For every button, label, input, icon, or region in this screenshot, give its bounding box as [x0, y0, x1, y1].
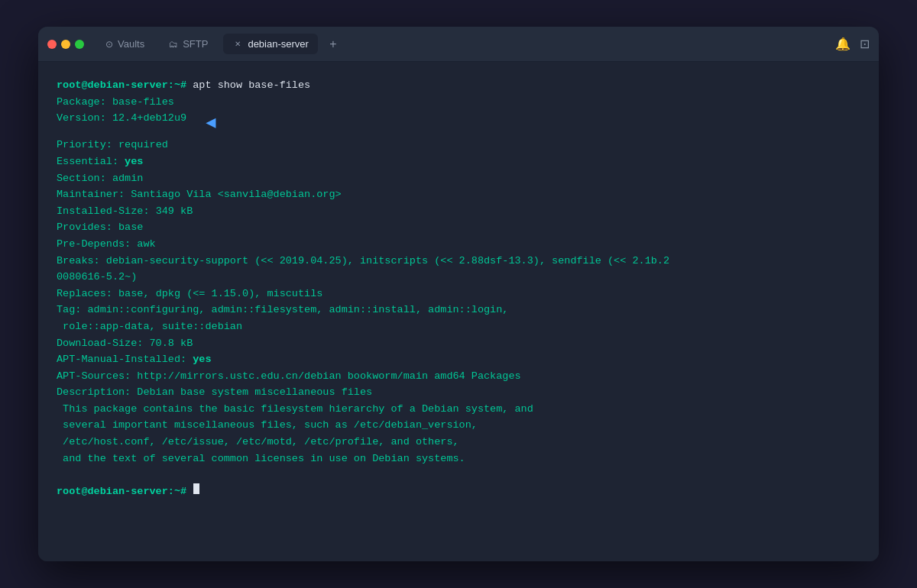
final-prompt-line: root@debian-server:~#	[57, 483, 860, 500]
output-line-desc-3: /etc/host.conf, /etc/issue, /etc/motd, /…	[57, 434, 860, 451]
output-line-breaks-1: Breaks: debian-security-support (<< 2019…	[57, 253, 860, 270]
output-line-version: Version: 12.4+deb12u9 ◀	[57, 110, 860, 137]
output-line-description: Description: Debian base system miscella…	[57, 384, 860, 401]
final-prompt: root@debian-server:~#	[57, 483, 186, 500]
bell-icon[interactable]: 🔔	[835, 37, 851, 51]
minimize-button[interactable]	[61, 40, 70, 49]
new-tab-button[interactable]: +	[324, 35, 342, 53]
vaults-icon: ⊙	[105, 39, 113, 50]
command-line: root@debian-server:~# apt show base-file…	[57, 77, 860, 94]
output-line-priority: Priority: required	[57, 137, 860, 153]
output-line-pre-depends: Pre-Depends: awk	[57, 236, 860, 253]
titlebar-right: 🔔 ⊡	[835, 37, 870, 51]
titlebar: ⊙ Vaults 🗂 SFTP ✕ debian-server + 🔔 ⊡	[38, 27, 879, 62]
maximize-button[interactable]	[75, 40, 84, 49]
split-pane-icon[interactable]: ⊡	[860, 37, 870, 51]
output-line-desc-4: and the text of several common licenses …	[57, 451, 860, 467]
cursor	[193, 483, 199, 494]
tab-debian-server[interactable]: ✕ debian-server	[223, 34, 318, 54]
version-arrow: ◀	[196, 110, 215, 137]
tab-sftp-label: SFTP	[183, 38, 208, 50]
output-line-breaks-2: 0080616-5.2~)	[57, 269, 860, 286]
output-line-apt-manual: APT-Manual-Installed: yes	[57, 351, 860, 368]
terminal-output[interactable]: root@debian-server:~# apt show base-file…	[38, 62, 879, 561]
folder-icon: 🗂	[169, 39, 178, 50]
output-line-installed-size: Installed-Size: 349 kB	[57, 203, 860, 220]
output-line-apt-sources: APT-Sources: http://mirrors.ustc.edu.cn/…	[57, 368, 860, 385]
output-line-tag-1: Tag: admin::configuring, admin::filesyst…	[57, 302, 860, 318]
tab-sftp[interactable]: 🗂 SFTP	[160, 34, 217, 54]
output-line-tag-2: role::app-data, suite::debian	[57, 318, 860, 335]
tab-vaults[interactable]: ⊙ Vaults	[96, 34, 154, 54]
command-text: apt show base-files	[186, 77, 310, 94]
tab-close-icon[interactable]: ✕	[232, 39, 243, 50]
output-line-download-size: Download-Size: 70.8 kB	[57, 335, 860, 352]
output-line-package: Package: base-files	[57, 94, 860, 111]
output-line-desc-2: several important miscellaneous files, s…	[57, 417, 860, 434]
output-line-maintainer: Maintainer: Santiago Vila <sanvila@debia…	[57, 186, 860, 203]
tab-vaults-label: Vaults	[118, 38, 144, 50]
output-line-section: Section: admin	[57, 170, 860, 187]
output-line-provides: Provides: base	[57, 219, 860, 236]
output-line-essential: Essential: yes	[57, 153, 860, 170]
output-line-replaces: Replaces: base, dpkg (<= 1.15.0), miscut…	[57, 286, 860, 302]
output-line-empty	[57, 467, 860, 483]
output-line-desc-1: This package contains the basic filesyst…	[57, 401, 860, 418]
terminal-window: ⊙ Vaults 🗂 SFTP ✕ debian-server + 🔔 ⊡ ro…	[38, 27, 879, 561]
traffic-lights	[47, 40, 84, 49]
close-button[interactable]	[47, 40, 57, 49]
tab-debian-server-label: debian-server	[248, 38, 309, 50]
prompt: root@debian-server:~#	[57, 77, 186, 94]
